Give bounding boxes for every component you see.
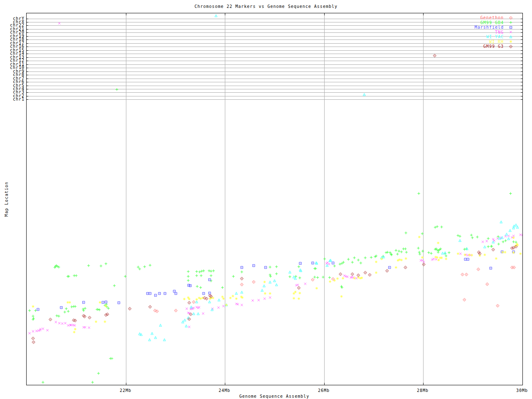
wi-yac-point [363,93,365,96]
tng-point [520,234,522,236]
tng-point [47,329,49,331]
gm99-gb4-point [430,252,432,254]
wi-rh-point [103,320,106,323]
wi-rh-point [436,256,438,259]
gm99-gb4-point [100,265,102,267]
legend-item-genethon: Genethon [480,15,513,20]
gm99-gb4-point [421,250,424,252]
gm99-gb4-point [70,305,73,308]
wi-yac-point [263,285,265,287]
tng-point [29,332,31,334]
tng-point [61,323,63,325]
wi-yac-point [459,239,461,242]
gm99-gb4-point [195,270,198,273]
gm99-gb4-point [504,239,507,242]
gm99-gb4-point [107,307,110,310]
gm99-gb4-point [124,275,126,278]
gm99-g3-point [433,54,436,57]
gm99-gb4-point [316,276,319,278]
tng-point [269,296,271,298]
marshfield-point [312,262,314,264]
gm99-gb4-point [351,261,354,264]
gm99-gb4-point [353,256,355,259]
gm99-gb4-point [404,248,406,250]
wi-yac-point [192,313,195,315]
gm99-gb4-point [200,274,202,277]
wi-rh-point [95,320,97,323]
wi-rh-point [400,259,403,261]
x-axis-label-24Mb: 24Mb [212,388,237,393]
x-axis-label-26Mb: 26Mb [311,388,336,393]
tng-point [74,324,76,326]
marshfield-point [264,266,266,268]
legend-label: Marshfield [475,25,504,30]
legend-marker-icon [509,25,513,30]
wi-yac-point [218,299,220,301]
wi-rh-point [501,251,504,254]
wi-rh-point [375,271,377,274]
wi-yac-point [197,313,200,315]
gm99-g3-point [106,313,109,316]
wi-rh-point [202,297,204,299]
legend-marker [510,35,512,38]
y-axis-label-chr5: chr5 [0,84,25,87]
wi-rh-point [441,256,443,259]
tng-point [264,298,266,300]
tng-point [88,327,90,329]
marshfield-point [464,258,466,260]
genethon-point [240,283,243,286]
legend-marker-icon [509,44,513,49]
gm99-gb4-point [476,236,478,238]
gm99-gb4-point [269,273,271,276]
wi-rh-point [99,301,101,304]
wi-rh-point [232,295,234,297]
gm99-gb4-point [419,253,421,255]
gm99-gb4-point [269,275,272,278]
gm99-g3-point [188,301,191,304]
wi-rh-point [241,296,244,299]
gm99-gb4-point [360,262,362,264]
wi-rh-point [504,251,506,254]
legend-label: WI YAC [486,34,504,39]
wi-rh-point [437,241,439,244]
chart-canvas: Chromosome 22 Markers vs Genome Sequence… [0,0,532,399]
wi-yac-point [235,292,238,295]
wi-rh-point [478,254,481,257]
wi-yac-point [148,338,151,341]
gm99-gb4-point [333,265,336,267]
gm99-gb4-point [400,251,403,253]
marshfield-point [105,301,107,303]
gm99-gb4-point [34,309,37,312]
chart-title: Chromosome 22 Markers vs Genome Sequence… [0,5,532,9]
legend-label: TNG [495,30,504,34]
legend-item-marshfield: Marshfield [475,25,513,30]
wi-rh-point [457,252,459,255]
wi-rh-point [495,257,498,260]
wi-yac-point [159,324,162,327]
gm99-gb4-point [149,264,151,266]
legend-marker [510,21,512,24]
gm99-gb4-point [187,275,190,278]
gm99-gb4-point [42,381,44,384]
tng-point [258,299,260,301]
tng-point [188,326,190,328]
wi-rh-point [333,279,336,282]
wi-rh-point [464,254,466,256]
tng-point [346,276,348,278]
gm99-gb4-point [221,286,224,289]
tng-point [55,321,57,323]
tng-point [251,299,254,301]
gm99-gb4-point [113,284,116,287]
tng-point [304,283,306,285]
gm99-gb4-point [357,259,360,261]
wi-rh-point [360,277,363,279]
tng-point [64,322,66,324]
wi-rh-point [225,304,228,306]
legend-label: WI RH [489,39,504,44]
tng-point [202,313,204,315]
marshfield-point [389,266,391,268]
gm99-gb4-point [137,266,139,268]
genethon-point [486,283,489,286]
wi-yac-point [185,325,187,327]
wi-rh-point [353,277,356,279]
